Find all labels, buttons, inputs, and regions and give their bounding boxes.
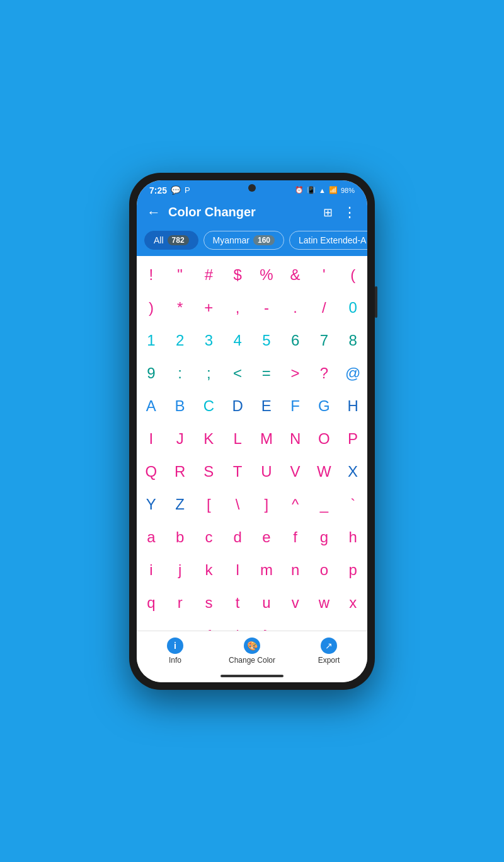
nav-change-color[interactable]: 🎨 Change Color: [214, 631, 290, 670]
char-cell[interactable]: w: [310, 586, 339, 619]
tab-all[interactable]: All 782: [144, 231, 198, 250]
char-cell[interactable]: 9: [137, 357, 166, 390]
char-cell[interactable]: n: [281, 554, 310, 586]
char-cell[interactable]: 1: [137, 324, 166, 357]
char-cell[interactable]: N: [281, 422, 310, 455]
nav-info[interactable]: i Info: [137, 631, 214, 670]
char-cell[interactable]: a: [137, 521, 166, 554]
char-cell[interactable]: m: [252, 554, 281, 586]
char-cell[interactable]: J: [166, 422, 195, 455]
char-cell[interactable]: 0: [338, 291, 367, 324]
char-cell[interactable]: $: [223, 259, 252, 291]
char-cell[interactable]: y: [137, 619, 166, 631]
char-cell[interactable]: 6: [281, 324, 310, 357]
char-cell[interactable]: e: [252, 521, 281, 554]
more-options-icon[interactable]: ⋮: [343, 204, 357, 221]
char-cell[interactable]: |: [223, 619, 252, 631]
char-cell[interactable]: U: [252, 455, 281, 488]
char-cell[interactable]: x: [338, 586, 367, 619]
char-cell[interactable]: u: [252, 586, 281, 619]
char-cell[interactable]: h: [338, 521, 367, 554]
char-cell[interactable]: 8: [338, 324, 367, 357]
char-cell[interactable]: z: [166, 619, 195, 631]
char-cell[interactable]: b: [166, 521, 195, 554]
char-cell[interactable]: =: [252, 357, 281, 390]
character-grid-container[interactable]: !"#$%&'()*+,-./0123456789:;<=>?@ABCDEFGH…: [137, 256, 367, 631]
char-cell[interactable]: @: [338, 357, 367, 390]
nav-export[interactable]: ↗ Export: [290, 631, 367, 670]
char-cell[interactable]: ^: [281, 488, 310, 521]
char-cell[interactable]: c: [195, 521, 224, 554]
char-cell[interactable]: f: [281, 521, 310, 554]
char-cell[interactable]: k: [195, 554, 224, 586]
char-cell[interactable]: I: [137, 422, 166, 455]
char-cell[interactable]: A: [137, 390, 166, 422]
char-cell[interactable]: r: [166, 586, 195, 619]
char-cell[interactable]: :: [166, 357, 195, 390]
char-cell[interactable]: 5: [252, 324, 281, 357]
char-cell[interactable]: T: [223, 455, 252, 488]
char-cell[interactable]: 7: [310, 324, 339, 357]
char-cell[interactable]: }: [252, 619, 281, 631]
char-cell[interactable]: Z: [166, 488, 195, 521]
char-cell[interactable]: {: [195, 619, 224, 631]
char-cell[interactable]: L: [223, 422, 252, 455]
char-cell[interactable]: G: [310, 390, 339, 422]
char-cell[interactable]: j: [166, 554, 195, 586]
char-cell[interactable]: >: [281, 357, 310, 390]
char-cell[interactable]: W: [310, 455, 339, 488]
char-cell[interactable]: M: [252, 422, 281, 455]
char-cell[interactable]: ): [137, 291, 166, 324]
char-cell[interactable]: .: [281, 291, 310, 324]
char-cell[interactable]: q: [137, 586, 166, 619]
char-cell[interactable]: O: [310, 422, 339, 455]
char-cell[interactable]: B: [166, 390, 195, 422]
char-cell[interactable]: ,: [223, 291, 252, 324]
char-cell[interactable]: !: [137, 259, 166, 291]
char-cell[interactable]: Y: [137, 488, 166, 521]
char-cell[interactable]: P: [338, 422, 367, 455]
char-cell[interactable]: Q: [137, 455, 166, 488]
char-cell[interactable]: ;: [195, 357, 224, 390]
tab-latin-ext[interactable]: Latin Extended-A 1: [289, 231, 367, 250]
char-cell[interactable]: [: [195, 488, 224, 521]
char-cell[interactable]: +: [195, 291, 224, 324]
char-cell[interactable]: S: [195, 455, 224, 488]
char-cell[interactable]: s: [195, 586, 224, 619]
char-cell[interactable]: \: [223, 488, 252, 521]
char-cell[interactable]: K: [195, 422, 224, 455]
char-cell[interactable]: i: [137, 554, 166, 586]
char-cell[interactable]: ': [310, 259, 339, 291]
char-cell[interactable]: p: [338, 554, 367, 586]
char-cell[interactable]: l: [223, 554, 252, 586]
grid-icon[interactable]: ⊞: [323, 206, 333, 219]
char-cell[interactable]: ": [166, 259, 195, 291]
char-cell[interactable]: /: [310, 291, 339, 324]
char-cell[interactable]: t: [223, 586, 252, 619]
char-cell[interactable]: _: [310, 488, 339, 521]
char-cell[interactable]: 4: [223, 324, 252, 357]
char-cell[interactable]: (: [338, 259, 367, 291]
char-cell[interactable]: 3: [195, 324, 224, 357]
char-cell[interactable]: %: [252, 259, 281, 291]
char-cell[interactable]: ?: [310, 357, 339, 390]
char-cell[interactable]: #: [195, 259, 224, 291]
char-cell[interactable]: -: [252, 291, 281, 324]
char-cell[interactable]: *: [166, 291, 195, 324]
char-cell[interactable]: <: [223, 357, 252, 390]
tab-myanmar[interactable]: Myanmar 160: [203, 231, 284, 250]
back-button[interactable]: ←: [147, 204, 161, 221]
char-cell[interactable]: ]: [252, 488, 281, 521]
char-cell[interactable]: d: [223, 521, 252, 554]
char-cell[interactable]: v: [281, 586, 310, 619]
char-cell[interactable]: D: [223, 390, 252, 422]
char-cell[interactable]: X: [338, 455, 367, 488]
char-cell[interactable]: 2: [166, 324, 195, 357]
char-cell[interactable]: E: [252, 390, 281, 422]
char-cell[interactable]: `: [338, 488, 367, 521]
char-cell[interactable]: R: [166, 455, 195, 488]
char-cell[interactable]: V: [281, 455, 310, 488]
char-cell[interactable]: &: [281, 259, 310, 291]
char-cell[interactable]: o: [310, 554, 339, 586]
char-cell[interactable]: H: [338, 390, 367, 422]
